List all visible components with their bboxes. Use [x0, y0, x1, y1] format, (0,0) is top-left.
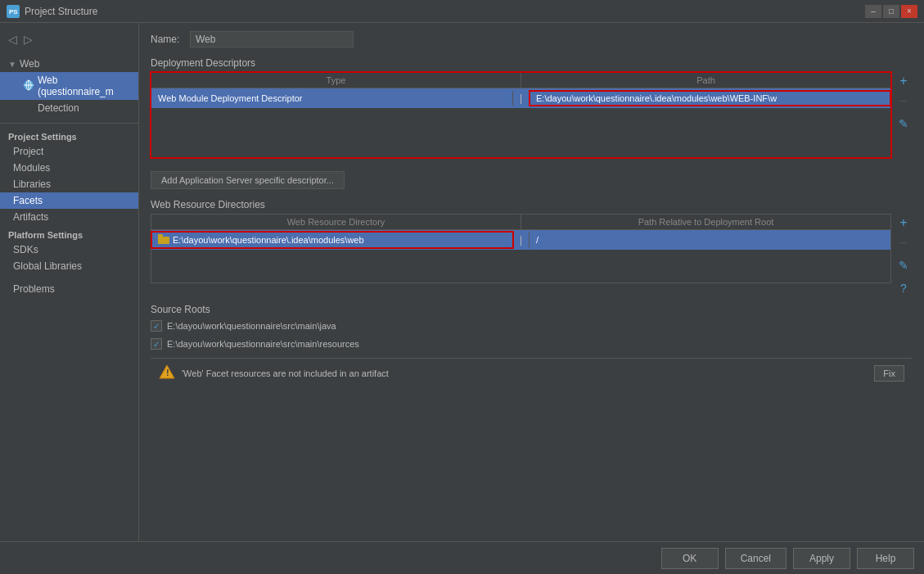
deployment-descriptors-table-wrapper: Type Path Web Module Deployment Descript… — [151, 72, 891, 165]
edit-web-resource-button[interactable]: ✎ — [895, 256, 913, 274]
svg-text:PS: PS — [9, 8, 18, 16]
nav-arrows: ◁ ▷ — [7, 33, 34, 46]
sidebar-item-project[interactable]: Project — [0, 143, 138, 160]
svg-text:!: ! — [166, 368, 169, 377]
maximize-button[interactable]: □ — [883, 5, 899, 18]
folder-icon — [158, 234, 169, 246]
tree-arrow: ▼ — [8, 60, 16, 69]
apply-button[interactable]: Apply — [793, 548, 850, 569]
web-resource-directories-section: Web Resource Directory Path Relative to … — [151, 214, 913, 297]
path-column-header: Path — [521, 73, 890, 88]
main-layout: ◁ ▷ ▼ Web Web (questionnaire_m Detection — [0, 23, 924, 541]
title-bar: PS Project Structure – □ × — [0, 0, 924, 23]
edit-descriptor-button[interactable]: ✎ — [895, 115, 913, 133]
platform-settings-label: Platform Settings — [0, 225, 138, 242]
web-resource-table-wrapper: Web Resource Directory Path Relative to … — [151, 214, 891, 290]
source-root-checkbox-resources[interactable]: ✓ — [151, 338, 162, 350]
source-root-item-resources: ✓ E:\dayou\work\questionnaire\src\main\r… — [151, 337, 913, 351]
help-button[interactable]: Help — [857, 548, 914, 569]
svg-rect-7 — [158, 234, 163, 237]
forward-arrow[interactable]: ▷ — [22, 33, 34, 46]
back-arrow[interactable]: ◁ — [7, 33, 19, 46]
web-facet-icon — [23, 79, 34, 93]
source-root-item-java: ✓ E:\dayou\work\questionnaire\src\main\j… — [151, 319, 913, 333]
sidebar-item-global-libraries[interactable]: Global Libraries — [0, 258, 138, 274]
descriptor-type: Web Module Deployment Descriptor — [151, 91, 513, 106]
deployment-descriptors-section: Type Path Web Module Deployment Descript… — [151, 72, 913, 165]
sidebar-item-problems[interactable]: Problems — [0, 281, 138, 297]
deployment-descriptors-header: Type Path — [151, 73, 890, 88]
web-label: Web — [20, 58, 39, 70]
bottom-bar: OK Cancel Apply Help — [0, 541, 924, 574]
warning-bar: ! 'Web' Facet resources are not included… — [151, 358, 913, 387]
deployment-descriptors-label: Deployment Descriptors — [151, 57, 913, 69]
source-roots-list: ✓ E:\dayou\work\questionnaire\src\main\j… — [151, 319, 913, 351]
web-resource-empty — [151, 250, 890, 282]
web-resource-directories-label: Web Resource Directories — [151, 199, 913, 210]
tree-item-web[interactable]: ▼ Web — [0, 56, 138, 72]
warning-icon: ! — [159, 364, 175, 382]
tree-item-detection[interactable]: Detection — [0, 100, 138, 116]
source-root-path-resources: E:\dayou\work\questionnaire\src\main\res… — [167, 339, 359, 349]
detection-label: Detection — [38, 102, 79, 114]
source-roots-label: Source Roots — [151, 304, 913, 315]
web-resource-directory: E:\dayou\work\questionnaire\.idea\module… — [151, 232, 513, 248]
source-root-checkbox-java[interactable]: ✓ — [151, 320, 162, 332]
project-settings-label: Project Settings — [0, 127, 138, 143]
sidebar-toolbar: ◁ ▷ — [0, 29, 138, 49]
remove-web-resource-button[interactable]: – — [895, 233, 913, 251]
cancel-button[interactable]: Cancel — [725, 548, 787, 569]
sidebar-item-facets[interactable]: Facets — [0, 192, 138, 209]
minimize-button[interactable]: – — [865, 5, 881, 18]
title-bar-left: PS Project Structure — [7, 5, 97, 18]
name-input[interactable] — [190, 31, 354, 47]
separator-cell: | — [513, 90, 530, 106]
path-relative-header: Path Relative to Deployment Root — [521, 215, 890, 229]
deployment-descriptor-buttons: + – ✎ — [895, 72, 913, 133]
source-root-path-java: E:\dayou\work\questionnaire\src\main\jav… — [167, 321, 336, 331]
web-resource-header: Web Resource Directory Path Relative to … — [151, 215, 890, 230]
content-area: Name: Deployment Descriptors Type Path — [139, 23, 924, 541]
name-row: Name: — [151, 31, 913, 47]
sidebar: ◁ ▷ ▼ Web Web (questionnaire_m Detection — [0, 23, 139, 541]
tree-item-web-facet[interactable]: Web (questionnaire_m — [0, 72, 138, 100]
table-row[interactable]: Web Module Deployment Descriptor | E:\da… — [151, 88, 890, 108]
add-web-resource-button[interactable]: + — [895, 214, 913, 232]
sidebar-item-modules[interactable]: Modules — [0, 160, 138, 176]
help-web-resource-button[interactable]: ? — [895, 279, 913, 297]
relative-path: / — [530, 233, 890, 247]
add-descriptor-button[interactable]: + — [895, 72, 913, 90]
window-controls[interactable]: – □ × — [865, 5, 917, 18]
app-icon: PS — [7, 5, 20, 18]
web-resource-table: Web Resource Directory Path Relative to … — [151, 214, 891, 283]
empty-space — [151, 108, 890, 157]
close-button[interactable]: × — [901, 5, 917, 18]
web-facet-label: Web (questionnaire_m — [38, 75, 130, 97]
sidebar-item-sdks[interactable]: SDKs — [0, 242, 138, 258]
svg-rect-6 — [158, 237, 169, 244]
descriptor-path: E:\dayou\work\questionnaire\.idea\module… — [530, 91, 890, 106]
name-label: Name: — [151, 34, 183, 45]
add-app-server-descriptor-button[interactable]: Add Application Server specific descript… — [151, 171, 345, 189]
type-column-header: Type — [151, 73, 521, 88]
web-resource-row[interactable]: E:\dayou\work\questionnaire\.idea\module… — [151, 230, 890, 250]
fix-button[interactable]: Fix — [874, 365, 904, 382]
ok-button[interactable]: OK — [661, 548, 719, 569]
window-title: Project Structure — [25, 6, 97, 17]
separator-cell-2: | — [513, 232, 530, 248]
sidebar-item-libraries[interactable]: Libraries — [0, 176, 138, 192]
warning-text: 'Web' Facet resources are not included i… — [182, 368, 868, 378]
deployment-descriptors-table: Type Path Web Module Deployment Descript… — [151, 72, 891, 158]
sidebar-item-artifacts[interactable]: Artifacts — [0, 209, 138, 225]
web-resource-dir-header: Web Resource Directory — [151, 215, 521, 229]
web-resource-buttons: + – ✎ ? — [895, 214, 913, 297]
remove-descriptor-button[interactable]: – — [895, 92, 913, 110]
